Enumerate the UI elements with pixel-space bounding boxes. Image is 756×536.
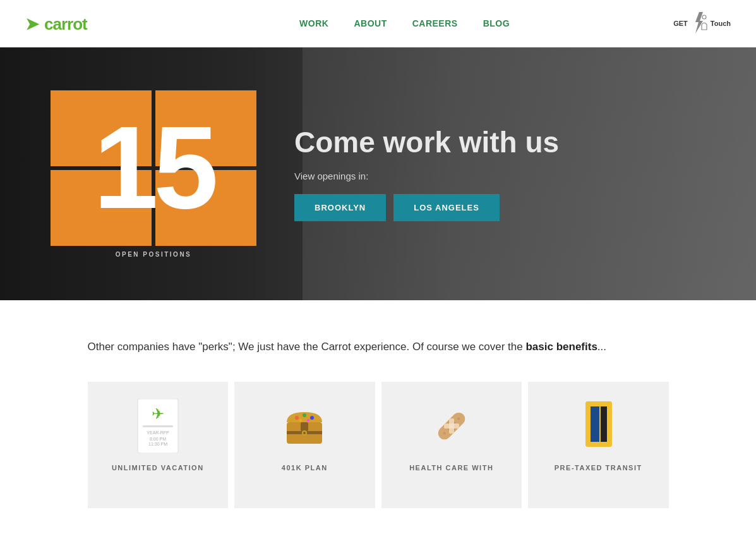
svg-point-19 [303,432,306,434]
nav-careers[interactable]: CAREERS [412,18,458,28]
401k-icon [279,401,330,451]
nav-work[interactable]: WORK [299,18,328,28]
svg-point-15 [310,416,314,420]
carrot-logo-icon[interactable]: ➤ carrot [25,11,136,36]
nav-about[interactable]: ABOUT [354,18,387,28]
transit-icon [573,401,623,451]
svg-point-13 [295,416,299,420]
header: ➤ carrot WORK ABOUT CAREERS BLOG GET Tou… [0,0,756,47]
svg-point-3 [702,15,706,19]
get-touch-touch: Touch [711,20,731,27]
tagline-start: Other companies have "perks"; We just ha… [88,341,526,353]
tagline-text: Other companies have "perks"; We just ha… [88,338,669,356]
svg-text:11:30 PM: 11:30 PM [148,442,167,446]
tagline-end: ... [597,341,606,353]
hero-section: 15 OPEN POSITIONS Come work with us View… [0,47,756,300]
svg-rect-31 [585,401,612,406]
svg-text:8:00 PM: 8:00 PM [150,437,166,441]
nav-blog[interactable]: BLOG [483,18,510,28]
get-in-touch-button[interactable]: GET Touch [673,12,731,35]
benefit-401k: 401K PLAN [234,382,375,508]
get-touch-get: GET [673,20,688,27]
num-grid-cell-2 [155,90,256,166]
svg-rect-30 [601,401,607,447]
svg-rect-27 [444,423,459,429]
tagline-bold: basic benefits [525,341,597,353]
benefit-health: HEALTH CARE WITH [381,382,522,508]
benefits-grid: ✈ YEAR-RFP 8:00 PM 11:30 PM UNLIMITED VA… [88,382,669,508]
svg-point-14 [303,413,306,417]
los-angeles-button[interactable]: LOS ANGELES [393,194,500,221]
svg-rect-32 [585,442,612,447]
svg-rect-12 [301,422,308,431]
benefits-section: Other companies have "perks"; We just ha… [63,300,694,533]
transit-label: PRE-TAXED TRANSIT [555,464,642,472]
hero-content: 15 OPEN POSITIONS Come work with us View… [0,90,756,258]
hero-title: Come work with us [294,126,705,159]
open-positions-counter: 15 OPEN POSITIONS [51,90,256,258]
svg-marker-2 [695,12,703,34]
num-grid-cell-3 [51,170,152,246]
svg-text:carrot: carrot [44,15,88,34]
get-in-touch-icon-area: GET Touch [673,12,731,35]
logo-area: ➤ carrot [25,11,136,36]
hero-subtitle: View openings in: [294,171,705,181]
vacation-label: UNLIMITED VACATION [112,464,204,472]
location-buttons: BROOKLYN LOS ANGELES [294,194,705,221]
open-positions-label: OPEN POSITIONS [51,251,256,258]
lightning-person-icon [690,12,708,35]
benefit-transit: PRE-TAXED TRANSIT [528,382,669,508]
vacation-icon: ✈ YEAR-RFP 8:00 PM 11:30 PM [133,401,183,451]
svg-text:➤: ➤ [25,15,40,34]
num-grid-cell-1 [51,90,152,166]
main-nav: WORK ABOUT CAREERS BLOG [299,18,510,28]
svg-point-17 [307,419,309,422]
svg-point-16 [299,419,302,422]
401k-label: 401K PLAN [282,464,328,472]
num-grid-cell-4 [155,170,256,246]
health-label: HEALTH CARE WITH [409,464,493,472]
hero-text-block: Come work with us View openings in: BROO… [294,126,705,222]
svg-text:YEAR-RFP: YEAR-RFP [147,430,169,435]
svg-text:✈: ✈ [152,405,164,422]
health-icon [426,401,477,451]
brooklyn-button[interactable]: BROOKLYN [294,194,386,221]
benefit-vacation: ✈ YEAR-RFP 8:00 PM 11:30 PM UNLIMITED VA… [88,382,229,508]
svg-rect-6 [143,425,173,427]
svg-rect-29 [591,401,599,447]
